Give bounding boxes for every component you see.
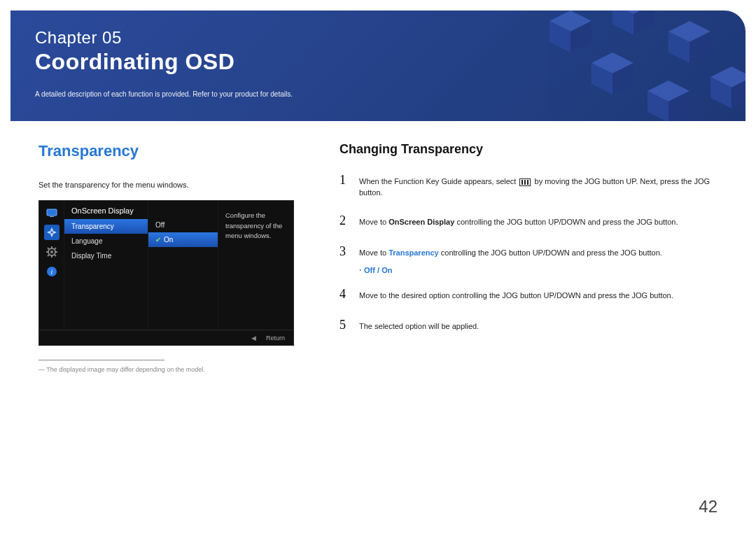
options-bullet: Off / On (359, 266, 728, 275)
osd-item-displaytime: Display Time (64, 248, 148, 263)
footnote-rule (38, 360, 164, 360)
osd-picture-icon (44, 205, 59, 220)
osd-system-icon (44, 244, 59, 260)
osd-onscreen-icon (44, 225, 59, 240)
svg-line-34 (55, 248, 56, 249)
step-4: 4 Move to the desired option controlling… (340, 285, 728, 303)
svg-text:i: i (50, 268, 52, 276)
step-1: 1 When the Function Key Guide appears, s… (340, 171, 728, 199)
osd-value-on: ✔On (148, 232, 218, 247)
check-icon: ✔ (155, 236, 161, 244)
chapter-header: Chapter 05 Coordinating OSD A detailed d… (10, 10, 746, 121)
svg-marker-4 (634, 10, 654, 35)
osd-item-language: Language (64, 234, 148, 248)
osd-footer: ◀ Return (39, 330, 293, 345)
osd-info-icon: i (44, 264, 59, 279)
cube-pattern (507, 10, 746, 121)
return-label: Return (266, 335, 285, 342)
osd-value-off: Off (148, 218, 218, 232)
menu-icon (519, 178, 531, 186)
footnote: ― The displayed image may differ dependi… (38, 366, 304, 373)
osd-menu-header: OnScreen Display (64, 204, 148, 219)
step-body: The selected option will be applied. (359, 321, 728, 332)
steps-list-cont: 4 Move to the desired option controlling… (340, 285, 728, 334)
svg-point-26 (50, 251, 53, 253)
step-body: When the Function Key Guide appears, sel… (359, 176, 728, 199)
step-3: 3 Move to Transparency controlling the J… (340, 242, 728, 260)
step-body: Move to Transparency controlling the JOG… (359, 248, 728, 259)
osd-values-column: Off ✔On (148, 201, 218, 330)
osd-screenshot: i OnScreen Display Transparency Language… (38, 200, 294, 346)
intro-text: Set the transparency for the menu window… (38, 180, 304, 190)
section-heading-changing: Changing Transparency (340, 142, 728, 157)
step-2: 2 Move to OnScreen Display controlling t… (340, 211, 728, 230)
step-5: 5 The selected option will be applied. (340, 316, 728, 334)
step-number: 2 (340, 211, 349, 230)
step-number: 5 (340, 316, 349, 334)
svg-point-24 (50, 231, 53, 234)
svg-line-32 (55, 255, 56, 256)
svg-marker-5 (612, 10, 634, 35)
osd-description: Configure the transparency of the menu w… (218, 201, 293, 330)
osd-sidebar: i (39, 201, 64, 330)
section-heading-transparency: Transparency (38, 142, 304, 160)
page-number: 42 (699, 497, 718, 517)
svg-rect-19 (50, 216, 54, 217)
step-number: 4 (340, 285, 349, 303)
step-body: Move to OnScreen Display controlling the… (359, 217, 728, 228)
svg-line-33 (48, 255, 49, 256)
step-number: 1 (340, 171, 349, 189)
back-icon: ◀ (251, 335, 256, 342)
step-number: 3 (340, 242, 349, 260)
step-body: Move to the desired option controlling t… (359, 290, 728, 302)
osd-item-transparency: Transparency (64, 219, 148, 234)
steps-list: 1 When the Function Key Guide appears, s… (340, 171, 728, 260)
svg-line-31 (48, 248, 49, 249)
osd-menu-column: OnScreen Display Transparency Language D… (64, 201, 148, 330)
svg-rect-18 (47, 209, 57, 216)
chapter-description: A detailed description of each function … (35, 90, 721, 98)
